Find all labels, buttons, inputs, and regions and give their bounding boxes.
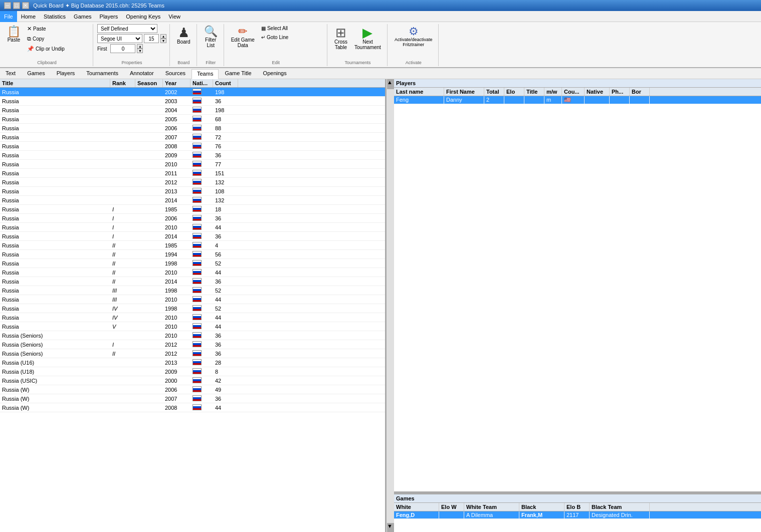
first-value-input[interactable] — [110, 44, 135, 53]
maximize-button[interactable]: □ — [13, 2, 20, 9]
games-row[interactable]: Feng,D A Dilemma Frank,M 2117 Designated… — [394, 511, 761, 519]
ph-mw[interactable]: m/w — [544, 88, 562, 96]
team-row[interactable]: Russia200688 — [0, 124, 385, 133]
tab-game-title[interactable]: Game Title — [219, 69, 257, 79]
players-table-body[interactable]: Feng Danny 2 m 🇺🇸 — [394, 96, 761, 491]
board-button[interactable]: ♟ Board — [174, 24, 194, 47]
team-row[interactable]: Russia2011151 — [0, 169, 385, 178]
gh-elo-w[interactable]: Elo W — [439, 503, 464, 511]
font-select[interactable]: Segoe UI — [97, 34, 142, 43]
team-row[interactable]: Russia (W)200736 — [0, 394, 385, 403]
menu-home[interactable]: Home — [17, 11, 40, 22]
clip-unclip-button[interactable]: 📌 Clip or Undip — [25, 44, 90, 54]
team-row[interactable]: Russia200936 — [0, 151, 385, 160]
team-row[interactable]: Russia (USIC)200042 — [0, 376, 385, 385]
self-defined-select[interactable]: Self Defined — [97, 24, 157, 33]
tab-tournaments[interactable]: Tournaments — [81, 69, 124, 79]
col-year[interactable]: Year — [163, 79, 191, 87]
team-row[interactable]: RussiaII19854 — [0, 241, 385, 250]
ph-title[interactable]: Title — [524, 88, 544, 96]
teams-list-body[interactable]: Russia2002198Russia200336Russia2004198Ru… — [0, 88, 385, 532]
tab-sources[interactable]: Sources — [160, 69, 191, 79]
gh-black-team[interactable]: Black Team — [590, 503, 650, 511]
team-row[interactable]: RussiaI201436 — [0, 232, 385, 241]
team-row[interactable]: RussiaIV201044 — [0, 313, 385, 322]
col-count[interactable]: Count — [213, 79, 238, 87]
ph-first-name[interactable]: First Name — [444, 88, 484, 96]
team-row[interactable]: Russia (Seniors)I201236 — [0, 340, 385, 349]
close-button[interactable]: ✕ — [22, 2, 29, 9]
select-all-button[interactable]: ▦ Select All — [259, 24, 324, 33]
ph-elo[interactable]: Elo — [504, 88, 524, 96]
players-row[interactable]: Feng Danny 2 m 🇺🇸 — [394, 96, 761, 104]
team-row[interactable]: Russia (U18)20098 — [0, 367, 385, 376]
team-row[interactable]: Russia (W)200844 — [0, 403, 385, 412]
copy-button[interactable]: ⧉ Copy — [25, 34, 90, 44]
activate-fritztrainer-button[interactable]: ⚙ Activate/deactivateFritztrainer — [392, 24, 436, 49]
team-row[interactable]: RussiaIII199852 — [0, 286, 385, 295]
team-row[interactable]: Russia (W)200649 — [0, 385, 385, 394]
minimize-button[interactable]: ─ — [4, 2, 11, 9]
next-tournament-button[interactable]: ▶ NextTournament — [351, 24, 384, 52]
ph-cou[interactable]: Cou... — [562, 88, 585, 96]
menu-file[interactable]: File — [0, 11, 17, 22]
gh-white-team[interactable]: White Team — [464, 503, 519, 511]
tab-annotator[interactable]: Annotator — [124, 69, 159, 79]
team-row[interactable]: RussiaIV199852 — [0, 304, 385, 313]
spin-up[interactable]: ▲ — [160, 34, 166, 39]
goto-line-button[interactable]: ↵ Goto Line — [259, 33, 324, 42]
ph-total[interactable]: Total — [484, 88, 504, 96]
team-row[interactable]: Russia2012132 — [0, 178, 385, 187]
team-row[interactable]: Russia200772 — [0, 133, 385, 142]
spin-down[interactable]: ▼ — [160, 39, 166, 43]
menu-players[interactable]: Players — [96, 11, 122, 22]
menu-view[interactable]: View — [164, 11, 184, 22]
team-row[interactable]: RussiaII201436 — [0, 277, 385, 286]
first-spin[interactable]: ▲ ▼ — [137, 44, 143, 53]
tab-text[interactable]: Text — [0, 69, 21, 79]
menu-opening-keys[interactable]: Opening Keys — [122, 11, 164, 22]
edit-game-data-button[interactable]: ✏ Edit GameData — [228, 24, 258, 50]
gh-elo-b[interactable]: Elo B — [564, 503, 590, 511]
team-row[interactable]: Russia (Seniors)201036 — [0, 331, 385, 340]
team-row[interactable]: RussiaV201044 — [0, 322, 385, 331]
tab-teams[interactable]: Teams — [192, 69, 219, 79]
menu-games[interactable]: Games — [70, 11, 95, 22]
col-nati[interactable]: Nati... — [191, 79, 213, 87]
team-row[interactable]: Russia2004198 — [0, 106, 385, 115]
cross-table-button[interactable]: ⊞ CrossTable — [331, 24, 350, 52]
team-row[interactable]: Russia200876 — [0, 142, 385, 151]
ph-native[interactable]: Native — [585, 88, 610, 96]
ph-last-name[interactable]: Last name — [394, 88, 444, 96]
tab-games[interactable]: Games — [22, 69, 50, 79]
scroll-thumb-up[interactable]: ▲ — [387, 79, 394, 89]
team-row[interactable]: RussiaIII201044 — [0, 295, 385, 304]
delete-button[interactable]: ✕ Paste — [25, 24, 90, 34]
team-row[interactable]: Russia201077 — [0, 160, 385, 169]
ph-bor[interactable]: Bor — [630, 88, 650, 96]
ph-ph[interactable]: Ph... — [610, 88, 630, 96]
team-row[interactable]: Russia2013108 — [0, 187, 385, 196]
team-row[interactable]: Russia2014132 — [0, 196, 385, 205]
paste-button[interactable]: 📋 Paste — [4, 24, 24, 45]
team-row[interactable]: RussiaII199456 — [0, 250, 385, 259]
list-scrollbar[interactable]: ▲ ▼ — [386, 79, 394, 532]
team-row[interactable]: RussiaI200636 — [0, 214, 385, 223]
team-row[interactable]: RussiaII199852 — [0, 259, 385, 268]
gh-white[interactable]: White — [394, 503, 439, 511]
team-row[interactable]: RussiaII201044 — [0, 268, 385, 277]
team-row[interactable]: Russia (Seniors)II201236 — [0, 349, 385, 358]
first-spin-up[interactable]: ▲ — [137, 44, 143, 49]
font-size-spin[interactable]: ▲ ▼ — [160, 34, 166, 43]
team-row[interactable]: Russia200568 — [0, 115, 385, 124]
font-size-input[interactable] — [144, 34, 159, 43]
col-title[interactable]: Title — [0, 79, 110, 87]
filter-list-button[interactable]: 🔍 FilterList — [201, 24, 221, 50]
col-season[interactable]: Season — [135, 79, 163, 87]
team-row[interactable]: Russia (U16)201328 — [0, 358, 385, 367]
team-row[interactable]: Russia2002198 — [0, 88, 385, 97]
menu-statistics[interactable]: Statistics — [40, 11, 70, 22]
tab-players[interactable]: Players — [51, 69, 81, 79]
tab-openings[interactable]: Openings — [258, 69, 292, 79]
first-spin-down[interactable]: ▼ — [137, 49, 143, 53]
